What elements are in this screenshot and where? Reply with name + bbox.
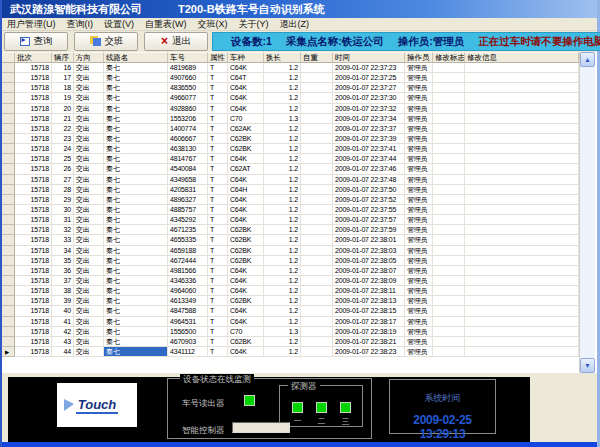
grid-cell[interactable]: 15718 (15, 337, 52, 347)
grid-cell[interactable] (433, 134, 465, 144)
grid-cell[interactable]: 1556500 (168, 327, 208, 337)
grid-cell[interactable]: 交出 (74, 164, 104, 174)
grid-cell[interactable] (433, 286, 465, 296)
grid-cell[interactable]: 1.2 (264, 185, 301, 195)
grid-cell[interactable]: 32 (52, 225, 74, 235)
grid-cell[interactable]: 33 (52, 235, 74, 245)
grid-cell[interactable]: 4659188 (168, 246, 208, 256)
grid-cell[interactable]: 交出 (74, 144, 104, 154)
record-selector-cell[interactable] (2, 276, 15, 286)
grid-cell[interactable]: 35 (52, 256, 74, 266)
grid-cell[interactable]: T (208, 256, 228, 266)
grid-cell[interactable] (465, 114, 579, 124)
menu-item-6[interactable]: 退出(Z) (280, 18, 310, 31)
grid-cell[interactable] (433, 114, 465, 124)
grid-cell[interactable]: 1.2 (264, 286, 301, 296)
record-selector-cell[interactable] (2, 296, 15, 306)
grid-cell[interactable]: 管理员 (405, 73, 433, 83)
grid-cell[interactable] (465, 134, 579, 144)
grid-cell[interactable] (301, 134, 333, 144)
grid-cell[interactable]: 管理员 (405, 306, 433, 316)
grid-cell[interactable]: C62BK (228, 337, 264, 347)
grid-cell[interactable] (465, 327, 579, 337)
grid-cell[interactable]: T (208, 104, 228, 114)
grid-cell[interactable]: C64K (228, 104, 264, 114)
grid-cell[interactable] (465, 205, 579, 215)
grid-cell[interactable]: 管理员 (405, 235, 433, 245)
grid-cell[interactable]: 交出 (74, 175, 104, 185)
grid-cell[interactable]: 1.2 (264, 276, 301, 286)
grid-cell[interactable]: 1.2 (264, 306, 301, 316)
grid-cell[interactable]: 4349658 (168, 175, 208, 185)
record-selector-cell[interactable] (2, 195, 15, 205)
grid-cell[interactable]: 4205831 (168, 185, 208, 195)
grid-cell[interactable]: 31 (52, 215, 74, 225)
grid-cell[interactable]: 秦七 (104, 195, 168, 205)
grid-cell[interactable]: 管理员 (405, 296, 433, 306)
record-selector-cell[interactable] (2, 73, 15, 83)
grid-cell[interactable] (465, 246, 579, 256)
grid-cell[interactable] (433, 154, 465, 164)
grid-cell[interactable]: 15718 (15, 73, 52, 83)
grid-cell[interactable]: 4345292 (168, 215, 208, 225)
grid-cell[interactable]: 4638130 (168, 144, 208, 154)
grid-cell[interactable]: 43 (52, 337, 74, 347)
grid-cell[interactable]: 秦七 (104, 73, 168, 83)
grid-cell[interactable] (301, 175, 333, 185)
grid-cell[interactable]: T (208, 124, 228, 134)
grid-cell[interactable]: 管理员 (405, 144, 433, 154)
grid-cell[interactable]: 1400774 (168, 124, 208, 134)
record-selector-cell[interactable] (2, 306, 15, 316)
grid-cell[interactable]: 18 (52, 83, 74, 93)
grid-cell[interactable]: 交出 (74, 286, 104, 296)
grid-cell[interactable]: T (208, 154, 228, 164)
grid-cell[interactable]: 秦七 (104, 225, 168, 235)
grid-cell[interactable]: 1.2 (264, 164, 301, 174)
grid-cell[interactable] (465, 306, 579, 316)
grid-cell[interactable]: T (208, 144, 228, 154)
grid-cell[interactable]: 4341112 (168, 347, 208, 357)
grid-cell[interactable]: 秦七 (104, 337, 168, 347)
grid-cell[interactable]: 44 (52, 347, 74, 357)
grid-cell[interactable]: 1.2 (264, 104, 301, 114)
grid-cell[interactable]: 秦七 (104, 154, 168, 164)
grid-cell[interactable]: T (208, 83, 228, 93)
grid-cell[interactable]: T (208, 175, 228, 185)
controller-field[interactable] (232, 422, 290, 433)
grid-cell[interactable]: C62AT (228, 164, 264, 174)
grid-cell[interactable]: 管理员 (405, 286, 433, 296)
grid-cell[interactable]: 2009-01-07 22:38:03 (333, 246, 405, 256)
exit-button[interactable]: 退出 (144, 32, 208, 51)
record-selector-cell[interactable] (2, 134, 15, 144)
grid-cell[interactable]: C64K (228, 306, 264, 316)
grid-cell[interactable] (433, 73, 465, 83)
grid-cell[interactable]: 秦七 (104, 63, 168, 73)
grid-cell[interactable]: T (208, 306, 228, 316)
grid-cell[interactable]: 4655335 (168, 235, 208, 245)
grid-cell[interactable] (301, 286, 333, 296)
grid-cell[interactable]: 2009-01-07 22:38:05 (333, 256, 405, 266)
grid-cell[interactable]: 管理员 (405, 114, 433, 124)
shift-change-button[interactable]: 交班 (74, 32, 138, 51)
grid-cell[interactable]: C64K (228, 286, 264, 296)
grid-cell[interactable]: 1.2 (264, 175, 301, 185)
menu-item-0[interactable]: 用户管理(U) (7, 18, 56, 31)
record-selector-cell[interactable] (2, 246, 15, 256)
grid-cell[interactable]: 38 (52, 286, 74, 296)
grid-cell[interactable]: 秦七 (104, 266, 168, 276)
grid-cell[interactable] (433, 306, 465, 316)
grid-cell[interactable]: 4814767 (168, 154, 208, 164)
grid-cell[interactable]: 交出 (74, 63, 104, 73)
grid-cell[interactable] (301, 63, 333, 73)
grid-cell[interactable]: 交出 (74, 235, 104, 245)
grid-cell[interactable] (433, 215, 465, 225)
grid-cell[interactable] (465, 286, 579, 296)
grid-cell[interactable]: 1.2 (264, 205, 301, 215)
grid-cell[interactable]: 管理员 (405, 225, 433, 235)
grid-cell[interactable]: 4670903 (168, 337, 208, 347)
grid-cell[interactable]: 4966077 (168, 93, 208, 103)
grid-cell[interactable]: 15718 (15, 327, 52, 337)
grid-cell[interactable] (301, 327, 333, 337)
grid-cell[interactable]: 交出 (74, 296, 104, 306)
grid-cell[interactable] (433, 225, 465, 235)
